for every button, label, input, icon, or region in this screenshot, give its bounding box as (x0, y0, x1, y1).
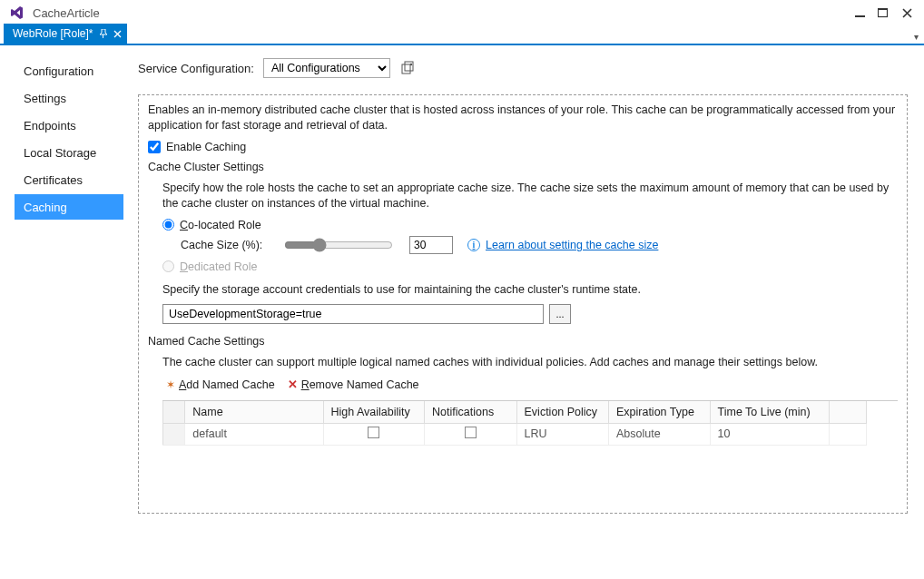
cell-ttl[interactable]: 10 (710, 423, 830, 445)
sidebar-item-caching[interactable]: Caching (15, 194, 123, 220)
service-configuration-row: Service Configuration: All Configuration… (138, 58, 908, 78)
remove-named-cache-button[interactable]: ✕ Remove Named Cache (288, 378, 419, 391)
tab-close-icon[interactable] (113, 30, 122, 38)
sidebar-item-certificates[interactable]: Certificates (15, 167, 123, 192)
col-high-availability[interactable]: High Availability (323, 401, 425, 423)
colocated-label: Co-located Role (180, 219, 261, 231)
cell-expiration[interactable]: Absolute (608, 423, 710, 445)
panel-description: Enables an in-memory distributed cache c… (148, 103, 898, 133)
ha-checkbox[interactable] (368, 427, 379, 438)
row-selector[interactable] (163, 423, 185, 445)
dedicated-role-row: Dedicated Role (162, 260, 898, 273)
tab-webrole[interactable]: WebRole [Role]* (4, 24, 127, 44)
svg-rect-0 (855, 15, 865, 17)
sidebar-item-endpoints[interactable]: Endpoints (15, 113, 123, 138)
manage-configurations-icon[interactable] (399, 60, 416, 76)
service-configuration-label: Service Configuration: (138, 62, 254, 75)
svg-rect-2 (878, 8, 888, 10)
enable-caching-label: Enable Caching (166, 141, 246, 153)
svg-point-5 (410, 64, 412, 65)
service-configuration-select[interactable]: All Configurations (263, 58, 390, 78)
col-expiration-type[interactable]: Expiration Type (608, 401, 710, 423)
minimize-button[interactable] (848, 3, 871, 23)
cell-high-availability[interactable] (323, 423, 425, 445)
dedicated-radio (162, 260, 174, 272)
learn-cache-size-link[interactable]: i Learn about setting the cache size (467, 239, 658, 251)
cache-size-slider[interactable] (284, 237, 393, 253)
named-cache-header: Named Cache Settings (148, 335, 898, 348)
dedicated-label: Dedicated Role (180, 260, 257, 273)
close-button[interactable] (895, 3, 919, 23)
info-icon: i (467, 239, 480, 251)
table-header-row: Name High Availability Notifications Evi… (163, 401, 867, 423)
named-cache-actions: ✶ Add Named Cache ✕ Remove Named Cache (166, 378, 898, 391)
sidebar-item-configuration[interactable]: Configuration (15, 58, 123, 83)
enable-caching-checkbox[interactable] (148, 141, 161, 153)
cell-name[interactable]: default (185, 423, 323, 445)
enable-caching-row: Enable Caching (148, 141, 898, 153)
vs-logo-icon (9, 5, 25, 21)
row-header-blank (163, 401, 185, 423)
document-tabbar: WebRole [Role]* ▾ (0, 25, 924, 45)
add-named-cache-button[interactable]: ✶ Add Named Cache (166, 378, 275, 391)
col-eviction-policy[interactable]: Eviction Policy (516, 401, 608, 423)
sidebar-item-local-storage[interactable]: Local Storage (15, 140, 123, 165)
cache-size-row: Cache Size (%): i Learn about setting th… (181, 235, 898, 255)
col-blank (830, 401, 867, 423)
tab-label: WebRole [Role]* (13, 27, 93, 40)
window-title: CacheArticle (33, 6, 100, 20)
storage-account-row: ... (162, 304, 898, 324)
cluster-settings-header: Cache Cluster Settings (148, 161, 898, 173)
storage-account-input[interactable] (162, 304, 544, 324)
tab-overflow-icon[interactable]: ▾ (914, 32, 919, 42)
named-cache-table: Name High Availability Notifications Evi… (162, 400, 898, 446)
remove-icon: ✕ (288, 378, 298, 391)
sidebar: Configuration Settings Endpoints Local S… (0, 45, 127, 579)
cell-blank (830, 423, 867, 445)
storage-description: Specify the storage account credentials … (162, 282, 898, 298)
col-notifications[interactable]: Notifications (425, 401, 516, 423)
colocated-role-row: Co-located Role (162, 219, 898, 231)
table-row[interactable]: default LRU Absolute 10 (163, 423, 867, 445)
svg-rect-4 (405, 62, 413, 71)
cache-size-input[interactable] (409, 236, 453, 254)
cell-notifications[interactable] (425, 423, 516, 445)
maximize-button[interactable] (871, 3, 895, 23)
caching-panel: Enables an in-memory distributed cache c… (138, 94, 908, 514)
titlebar: CacheArticle (0, 0, 924, 25)
notif-checkbox[interactable] (465, 427, 477, 438)
pin-icon[interactable] (99, 29, 108, 38)
cell-eviction[interactable]: LRU (516, 423, 608, 445)
sidebar-item-settings[interactable]: Settings (15, 85, 123, 111)
col-name[interactable]: Name (185, 401, 323, 423)
main-area: Configuration Settings Endpoints Local S… (0, 45, 924, 579)
col-ttl[interactable]: Time To Live (min) (710, 401, 830, 423)
cache-size-label: Cache Size (%): (181, 239, 268, 251)
storage-browse-button[interactable]: ... (549, 304, 571, 324)
svg-rect-3 (402, 64, 410, 74)
cluster-description: Specify how the role hosts the cache to … (162, 181, 898, 211)
named-cache-description: The cache cluster can support multiple l… (162, 355, 898, 370)
colocated-radio[interactable] (162, 219, 174, 231)
add-icon: ✶ (166, 378, 175, 391)
content: Service Configuration: All Configuration… (127, 45, 924, 579)
